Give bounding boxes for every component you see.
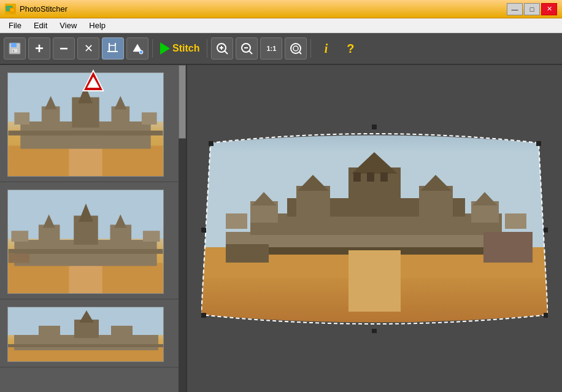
- svg-rect-4: [12, 48, 18, 53]
- delete-button[interactable]: ✕: [77, 37, 99, 60]
- svg-rect-37: [142, 112, 157, 125]
- temple-thumb-3: [7, 307, 164, 362]
- svg-rect-51: [9, 249, 163, 254]
- svg-rect-92: [201, 228, 206, 233]
- info-button[interactable]: i: [315, 37, 337, 60]
- svg-rect-5: [13, 50, 14, 52]
- title-bar-left: PhotoStitcher: [5, 4, 67, 15]
- svg-rect-50: [143, 231, 160, 242]
- fill-button[interactable]: [126, 37, 148, 60]
- svg-point-21: [293, 46, 298, 51]
- menu-bar: File Edit View Help: [0, 18, 562, 33]
- stitch-button[interactable]: Stitch: [156, 40, 203, 57]
- zoom-in-button[interactable]: [211, 37, 233, 60]
- svg-rect-91: [372, 329, 377, 333]
- window-controls: — □ ✕: [507, 3, 557, 15]
- svg-point-12: [139, 50, 143, 54]
- add-button[interactable]: +: [28, 37, 50, 60]
- help-button[interactable]: ?: [339, 37, 361, 60]
- play-icon: [160, 42, 170, 55]
- crop-button[interactable]: [102, 37, 124, 60]
- separator-3: [310, 39, 311, 58]
- svg-rect-59: [111, 326, 133, 338]
- svg-rect-52: [9, 254, 30, 263]
- svg-line-22: [299, 52, 301, 54]
- app-icon: [5, 4, 16, 15]
- maximize-button[interactable]: □: [524, 3, 540, 15]
- panorama-panel: [187, 65, 562, 392]
- thumbnail-panel[interactable]: [0, 65, 187, 392]
- separator-1: [152, 39, 153, 58]
- zoom-fit-button[interactable]: [285, 37, 307, 60]
- svg-rect-1: [10, 8, 15, 12]
- scrollbar-thumb[interactable]: [179, 65, 186, 139]
- separator-2: [207, 39, 207, 58]
- svg-rect-81: [226, 244, 269, 263]
- info-icon: i: [325, 42, 328, 56]
- svg-line-16: [225, 51, 228, 54]
- menu-file[interactable]: File: [2, 20, 28, 31]
- arrow-up-indicator: [80, 68, 107, 98]
- svg-rect-49: [11, 231, 28, 242]
- thumbnail-3[interactable]: [0, 299, 186, 367]
- svg-rect-90: [372, 125, 377, 129]
- svg-rect-87: [536, 141, 541, 146]
- svg-point-20: [291, 44, 301, 53]
- toolbar: + − ✕ Stitch: [0, 33, 562, 65]
- svg-rect-58: [39, 326, 60, 338]
- svg-rect-36: [14, 112, 29, 125]
- menu-edit[interactable]: Edit: [28, 20, 53, 31]
- svg-rect-77: [226, 213, 247, 229]
- svg-rect-93: [544, 228, 548, 233]
- minimize-button[interactable]: —: [507, 3, 523, 15]
- svg-rect-41: [69, 263, 102, 293]
- menu-help[interactable]: Help: [83, 20, 112, 31]
- save-button[interactable]: [4, 37, 26, 60]
- scrollbar-track: [179, 65, 186, 392]
- svg-rect-38: [9, 131, 163, 136]
- title-bar: PhotoStitcher — □ ✕: [0, 0, 562, 18]
- help-icon: ?: [347, 42, 354, 56]
- thumbnail-1[interactable]: [0, 65, 186, 182]
- svg-rect-85: [380, 172, 388, 182]
- svg-rect-60: [8, 344, 164, 347]
- svg-rect-89: [544, 313, 548, 318]
- svg-rect-80: [348, 250, 401, 312]
- svg-rect-88: [201, 313, 206, 318]
- thumbnail-2[interactable]: [0, 182, 186, 299]
- svg-rect-28: [69, 146, 102, 176]
- svg-rect-65: [250, 213, 502, 235]
- temple-thumb-2: [7, 190, 164, 294]
- close-button[interactable]: ✕: [541, 3, 557, 15]
- panorama-view: [201, 125, 548, 333]
- stitch-label: Stitch: [172, 43, 199, 54]
- svg-rect-86: [209, 141, 214, 146]
- main-content: [0, 65, 562, 392]
- remove-button[interactable]: −: [53, 37, 75, 60]
- svg-rect-83: [353, 172, 361, 182]
- svg-rect-78: [505, 213, 526, 229]
- svg-rect-82: [483, 232, 533, 263]
- svg-rect-3: [11, 43, 17, 47]
- window-title: PhotoStitcher: [20, 4, 67, 13]
- svg-line-19: [249, 51, 252, 54]
- zoom-out-button[interactable]: [236, 37, 258, 60]
- svg-rect-84: [367, 172, 374, 182]
- menu-view[interactable]: View: [53, 20, 83, 31]
- zoom-1to1-button[interactable]: 1:1: [260, 37, 282, 60]
- panorama-svg: [201, 125, 548, 333]
